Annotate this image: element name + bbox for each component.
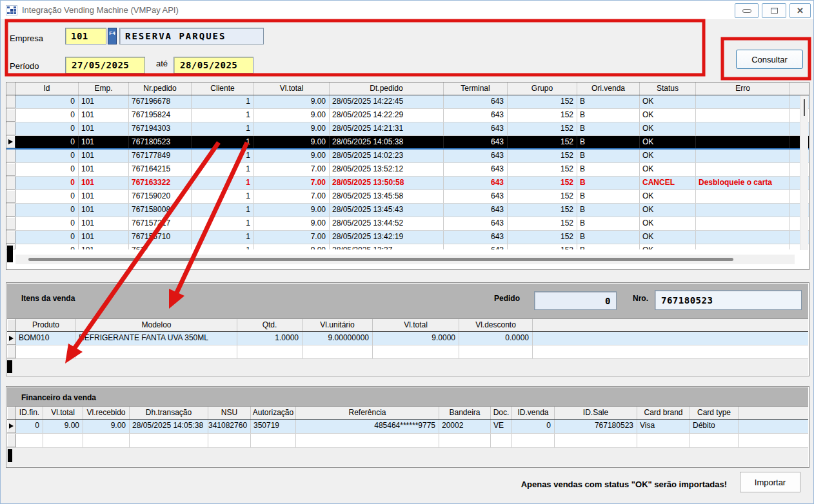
orders-cell-terminal[interactable]: 643 [444, 95, 508, 108]
row-indicator[interactable] [7, 420, 16, 433]
orders-cell-grupo[interactable]: 152 [508, 217, 577, 230]
orders-cell-terminal[interactable]: 643 [444, 217, 508, 230]
orders-cell-cliente[interactable]: 1 [192, 109, 254, 122]
empresa-lookup-button[interactable]: F4 [108, 28, 117, 44]
orders-cell-dt[interactable]: 28/05/2025 14:22:45 [330, 95, 444, 108]
row-indicator[interactable] [7, 434, 16, 447]
orders-cell-vl[interactable]: 7.00 [254, 231, 330, 244]
orders-cell-terminal[interactable]: 643 [444, 190, 508, 203]
orders-cell-erro[interactable] [696, 231, 790, 244]
orders-cell-terminal[interactable]: 643 [444, 109, 508, 122]
orders-cell-emp[interactable]: 101 [79, 163, 129, 176]
financeiro-cell-aut[interactable] [251, 434, 296, 447]
orders-cell-grupo[interactable]: 152 [508, 136, 577, 148]
financeiro-cell-vltotal[interactable] [43, 434, 83, 447]
orders-cell-cliente[interactable]: 1 [192, 190, 254, 203]
orders-cell-cliente[interactable]: 1 [192, 136, 254, 148]
orders-cell-nr[interactable]: 767180523 [129, 136, 192, 148]
close-button[interactable]: ✕ [789, 3, 811, 18]
orders-cell-emp[interactable]: 101 [79, 231, 129, 244]
orders-cell-status[interactable]: OK [640, 244, 696, 249]
itens-cell-qtd[interactable]: 1.0000 [237, 332, 303, 345]
orders-cell-nr[interactable]: 767194303 [129, 122, 192, 135]
orders-cell-ori[interactable]: B [577, 150, 640, 162]
itens-cell-vlunit[interactable]: 9.00000000 [303, 332, 373, 345]
itens-cell-vldesc[interactable]: 0.0000 [459, 332, 533, 345]
orders-row[interactable]: 010176719582419.0028/05/2025 14:22:29643… [6, 109, 809, 122]
orders-cell-cliente[interactable]: 1 [192, 150, 254, 162]
row-indicator[interactable] [7, 345, 16, 358]
orders-cell-ori[interactable]: B [577, 244, 640, 249]
orders-cell-id[interactable]: 0 [15, 204, 79, 217]
orders-cell-cliente[interactable]: 1 [192, 122, 254, 135]
orders-cell-vl[interactable]: 7.00 [254, 177, 330, 189]
orders-cell-ori[interactable]: B [577, 163, 640, 176]
orders-hscroll-thumb[interactable] [28, 258, 733, 261]
orders-cell-ori[interactable]: B [577, 217, 640, 230]
row-indicator[interactable] [6, 163, 15, 176]
row-indicator[interactable] [6, 190, 15, 203]
orders-cell-vl[interactable]: 9.00 [254, 122, 330, 135]
row-indicator[interactable] [6, 122, 15, 135]
orders-cell-vl[interactable]: 7.00 [254, 190, 330, 203]
itens-cell-vltotal[interactable] [373, 345, 459, 358]
row-indicator[interactable] [6, 95, 15, 108]
row-indicator[interactable] [6, 204, 15, 217]
orders-cell-dt[interactable]: 28/05/2025 13:45:58 [330, 190, 444, 203]
orders-cell-vl[interactable]: 9.00 [254, 95, 330, 108]
itens-cell-vlunit[interactable] [303, 345, 373, 358]
itens-cell-qtd[interactable] [237, 345, 303, 358]
orders-cell-ori[interactable]: B [577, 177, 640, 189]
financeiro-cell-cardbrand[interactable]: Visa [637, 420, 690, 433]
orders-cell-nr[interactable]: 7671 [129, 244, 192, 249]
orders-cell-dt[interactable]: 28/05/2025 13:52:12 [330, 163, 444, 176]
orders-cell-terminal[interactable]: 643 [444, 231, 508, 244]
orders-cell-dt[interactable]: 28/05/2025 14:05:38 [330, 136, 444, 148]
orders-cell-status[interactable]: OK [640, 217, 696, 230]
orders-cell-cliente[interactable]: 1 [192, 244, 254, 249]
orders-cell-emp[interactable]: 101 [79, 177, 129, 189]
orders-cell-grupo[interactable]: 152 [508, 204, 577, 217]
financeiro-cell-cardtype[interactable]: Débito [690, 420, 739, 433]
financeiro-cell-dh[interactable] [130, 434, 208, 447]
orders-cell-nr[interactable]: 767155710 [129, 231, 192, 244]
orders-cell-terminal[interactable]: 643 [444, 244, 508, 249]
orders-cell-vl[interactable]: 9.00 [254, 109, 330, 122]
orders-cell-dt[interactable]: 28/05/2025 13:42:19 [330, 231, 444, 244]
financeiro-cell-vlreceb[interactable] [83, 434, 130, 447]
orders-cell-erro[interactable]: Desbloqueie o carta [696, 177, 790, 189]
financeiro-cell-ref[interactable]: 485464******9775 [296, 420, 439, 433]
importar-button[interactable]: Importar [740, 472, 800, 492]
orders-row[interactable]: 010176715721719.0028/05/2025 13:44:52643… [6, 217, 809, 231]
orders-cell-nr[interactable]: 767196678 [129, 95, 192, 108]
restore-button[interactable] [762, 3, 786, 18]
orders-cell-ori[interactable]: B [577, 231, 640, 244]
consultar-button[interactable]: Consultar [736, 50, 803, 69]
orders-cell-ori[interactable]: B [577, 136, 640, 148]
orders-cell-grupo[interactable]: 152 [508, 122, 577, 135]
orders-cell-emp[interactable]: 101 [79, 204, 129, 217]
orders-cell-vl[interactable]: 9.00 [254, 244, 330, 249]
financeiro-cell-idsale[interactable] [555, 434, 637, 447]
row-indicator[interactable] [6, 150, 15, 162]
financeiro-cell-nsu[interactable] [208, 434, 251, 447]
orders-row[interactable]: 010176715800819.0028/05/2025 13:45:43643… [6, 204, 809, 217]
nro-field[interactable]: 767180523 [655, 290, 802, 310]
orders-cell-emp[interactable]: 101 [79, 109, 129, 122]
orders-cell-id[interactable]: 0 [15, 244, 79, 249]
orders-cell-cliente[interactable]: 1 [192, 95, 254, 108]
financeiro-cell-idvenda[interactable] [512, 434, 555, 447]
orders-cell-dt[interactable]: 28/05/2025 13:50:58 [330, 177, 444, 189]
orders-cell-erro[interactable] [696, 109, 790, 122]
orders-cell-erro[interactable] [696, 95, 790, 108]
orders-row[interactable]: 010176719667819.0028/05/2025 14:22:45643… [6, 95, 809, 109]
financeiro-cell-idfin[interactable] [16, 434, 43, 447]
orders-cell-id[interactable]: 0 [15, 177, 79, 189]
orders-cell-dt[interactable]: 28/05/2025 14:21:31 [330, 122, 444, 135]
orders-cell-cliente[interactable]: 1 [192, 163, 254, 176]
row-indicator[interactable] [7, 332, 16, 345]
orders-cell-vl[interactable]: 9.00 [254, 136, 330, 148]
orders-cell-cliente[interactable]: 1 [192, 231, 254, 244]
orders-vertical-scrollbar[interactable] [800, 95, 808, 250]
orders-cell-nr[interactable]: 767177849 [129, 150, 192, 162]
